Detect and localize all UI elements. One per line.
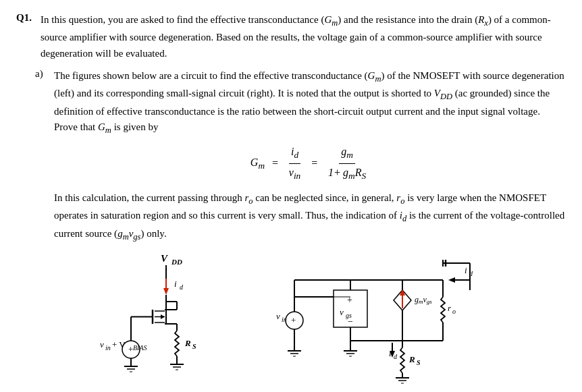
vdd-sub: DD — [171, 258, 182, 266]
rx-symbol: Rx — [478, 14, 488, 25]
rs-resistor-right — [400, 347, 404, 373]
vin-sub-right: in — [282, 316, 287, 323]
question-intro: In this question, you are asked to find … — [41, 12, 566, 61]
vbias-sub: BIAS — [133, 344, 147, 352]
plus-vbias: + V — [112, 339, 126, 349]
question-label: Q1. — [16, 12, 35, 61]
question-header: Q1. In this question, you are asked to f… — [16, 12, 566, 61]
bulk-arrow — [161, 314, 165, 319]
vgs-label: v — [340, 307, 344, 317]
rs-sub-left: S — [192, 343, 196, 350]
part-a-text: The figures shown below are a circuit to… — [54, 70, 564, 132]
part-a-label: a) — [16, 68, 54, 244]
fraction-1-numer: id — [289, 144, 300, 164]
gm-symbol: Gm — [324, 14, 338, 25]
formula-line: Gm = id vin = gm 1+ gmRS — [54, 144, 566, 184]
id-label-left: i — [174, 279, 177, 289]
plus-sign-vin: + — [291, 315, 296, 325]
rs-resistor-left — [175, 331, 179, 356]
follow-text: In this calculation, the current passing… — [54, 190, 566, 244]
rs-label-left: R — [184, 338, 191, 348]
fraction-1-denom: vin — [287, 164, 302, 184]
question-block: Q1. In this question, you are asked to f… — [16, 12, 566, 378]
left-circuit: V DD i d — [99, 253, 234, 378]
part-a: a) The figures shown below are a circuit… — [16, 68, 566, 244]
formula: Gm = id vin = gm 1+ gmRS — [250, 144, 369, 184]
plus-vgs: + — [347, 295, 352, 305]
fraction-2-numer: gm — [339, 144, 355, 164]
ro-label: r — [448, 303, 452, 313]
id-arrow-left — [163, 288, 169, 295]
part-a-content: The figures shown below are a circuit to… — [54, 68, 566, 244]
ro-resistor — [441, 297, 445, 323]
gm-vgs-label: gmvgs — [415, 295, 432, 305]
vin-label-right: v — [276, 311, 280, 321]
vin-label-left: v — [100, 339, 104, 349]
formula-lhs: Gm — [250, 155, 265, 173]
circuit-area: V DD i d — [16, 253, 566, 378]
id-sub-left: d — [180, 283, 184, 291]
formula-eq1: = — [271, 155, 279, 172]
id-label-right: i — [465, 265, 467, 275]
ro-sub: o — [452, 308, 456, 315]
formula-eq2: = — [311, 155, 318, 172]
minus-vgs: − — [348, 316, 353, 327]
vin-sub-left: in — [105, 344, 111, 352]
vdd-label: V — [161, 253, 169, 264]
fraction-1: id vin — [287, 144, 302, 184]
fraction-2-denom: 1+ gmRS — [326, 164, 368, 184]
id2-sub: d — [394, 353, 398, 360]
id-arrow-right — [448, 277, 455, 283]
rs-label-right: R — [408, 354, 415, 364]
fraction-2: gm 1+ gmRS — [326, 144, 368, 184]
right-circuit: + v in + v gs − — [274, 253, 483, 378]
rs-sub-right: S — [417, 359, 421, 366]
